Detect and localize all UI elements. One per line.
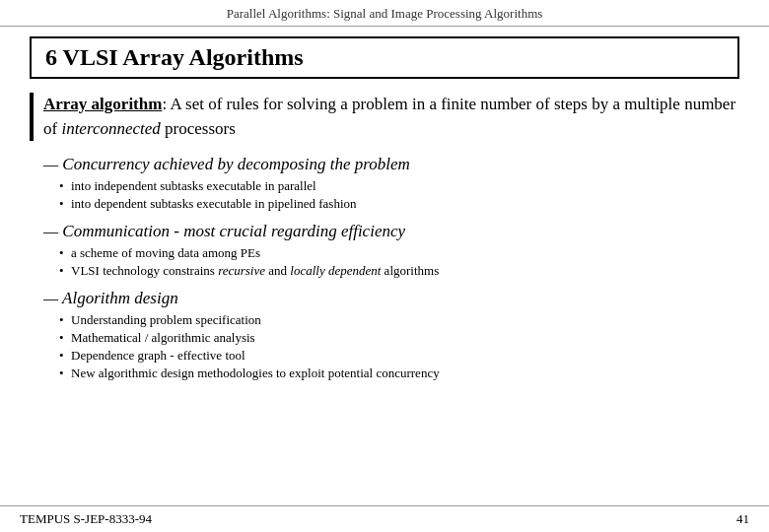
content: 6 VLSI Array Algorithms Array algorithm:… [0, 27, 769, 505]
footer-left: TEMPUS S-JEP-8333-94 [20, 511, 152, 527]
bullet-list-communication: a scheme of moving data among PEsVLSI te… [43, 245, 739, 279]
title-box: 6 VLSI Array Algorithms [30, 36, 739, 79]
definition-block: Array algorithm: A set of rules for solv… [30, 93, 739, 141]
bullet-list-concurrency: into independent subtasks executable in … [43, 178, 739, 212]
bullet-list-algorithm-design: Understanding problem specificationMathe… [43, 312, 739, 381]
list-item: into dependent subtasks executable in pi… [59, 196, 739, 212]
section-communication: — Communication - most crucial regarding… [30, 222, 739, 279]
header: Parallel Algorithms: Signal and Image Pr… [0, 0, 769, 27]
list-item: Understanding problem specification [59, 312, 739, 328]
section-concurrency: — Concurrency achieved by decomposing th… [30, 155, 739, 212]
definition-text: Array algorithm: A set of rules for solv… [43, 93, 739, 141]
section-title-italic-concurrency: — Concurrency [43, 155, 150, 173]
header-text: Parallel Algorithms: Signal and Image Pr… [227, 6, 543, 21]
section-title-italic-algorithm-design: — Algorithm design [43, 289, 178, 307]
section-title-algorithm-design: — Algorithm design [43, 289, 739, 308]
footer-right: 41 [736, 511, 749, 527]
list-item: into independent subtasks executable in … [59, 178, 739, 194]
list-item: New algorithmic design methodologies to … [59, 366, 739, 381]
list-item: Mathematical / algorithmic analysis [59, 330, 739, 346]
definition-italic: interconnected [61, 119, 160, 138]
section-algorithm-design: — Algorithm designUnderstanding problem … [30, 289, 739, 381]
list-item: a scheme of moving data among PEs [59, 245, 739, 261]
list-item: VLSI technology constrains recursive and… [59, 263, 739, 279]
page-container: Parallel Algorithms: Signal and Image Pr… [0, 0, 769, 532]
section-title-communication: — Communication - most crucial regarding… [43, 222, 739, 241]
section-title-italic-communication: — Communication [43, 222, 170, 240]
list-item: Dependence graph - effective tool [59, 348, 739, 364]
definition-term: Array algorithm [43, 95, 162, 113]
definition-after: processors [161, 119, 236, 138]
sections-container: — Concurrency achieved by decomposing th… [30, 155, 739, 391]
section-title-concurrency: — Concurrency achieved by decomposing th… [43, 155, 739, 174]
page-title: 6 VLSI Array Algorithms [45, 44, 724, 71]
footer: TEMPUS S-JEP-8333-94 41 [0, 505, 769, 532]
